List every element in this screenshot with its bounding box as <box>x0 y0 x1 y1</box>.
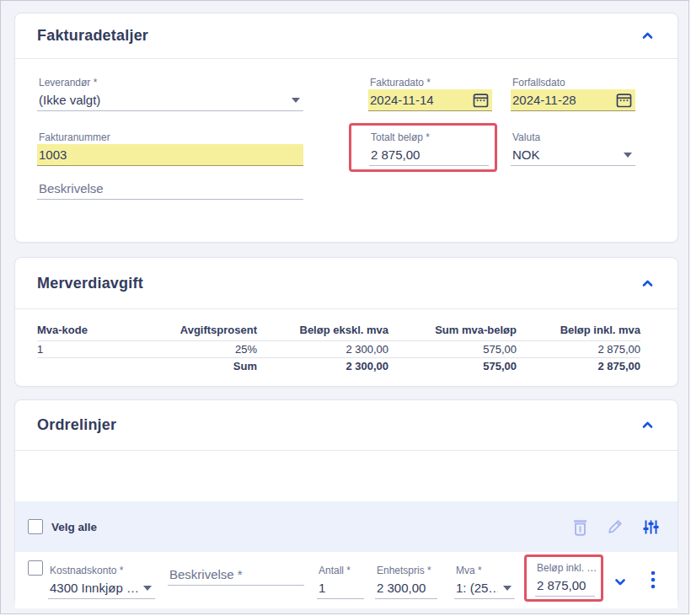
unit-price-field[interactable]: Enhetspris * 2 300,00 <box>375 564 437 599</box>
vat-cell: 2 875,00 <box>517 340 640 357</box>
order-lines-card: Ordrelinjer Velg alle <box>14 399 678 605</box>
dropdown-arrow-icon <box>292 98 300 103</box>
order-lines-footer: Beløp ekskl. mva2 300,00 Beløp inkl. mva… <box>15 608 678 614</box>
vat-table: Mva-kode Avgiftsprosent Beløp ekskl. mva… <box>37 319 640 374</box>
unit-price-label: Enhetspris * <box>375 564 437 577</box>
vat-col-header: Beløp inkl. mva <box>517 319 640 340</box>
total-amount-value: 2 875,00 <box>371 147 420 162</box>
dropdown-arrow-icon <box>503 586 512 591</box>
line-description-placeholder: Beskrivelse * <box>169 567 243 581</box>
calendar-icon[interactable] <box>616 92 632 108</box>
supplier-value: (Ikke valgt) <box>39 93 100 107</box>
total-amount-field[interactable]: Totalt beløp * 2 875,00 <box>369 131 489 166</box>
vat-col-header: Mva-kode <box>37 319 155 340</box>
total-amount-label: Totalt beløp * <box>369 131 489 144</box>
currency-label: Valuta <box>511 131 635 144</box>
description-field[interactable]: Beskrivelse <box>37 178 303 200</box>
row-menu-button[interactable] <box>649 568 657 592</box>
vat-cell: 575,00 <box>388 340 517 357</box>
vat-code-select[interactable]: Mva * 1: (25… <box>454 564 515 599</box>
supplier-select[interactable]: Leverandør * (Ikke valgt) <box>37 76 303 111</box>
invoice-details-card: Fakturadetaljer Leverandør * (Ikke valgt… <box>14 13 678 243</box>
cost-account-label: Kostnadskonto * <box>48 564 155 577</box>
collapse-section-button[interactable] <box>640 417 656 433</box>
invoice-number-value: 1003 <box>39 147 67 162</box>
unit-price-value: 2 300,00 <box>377 581 426 595</box>
vat-body: Mva-kode Avgiftsprosent Beløp ekskl. mva… <box>15 309 678 386</box>
vat-header: Merverdiavgift <box>15 258 678 309</box>
amount-incl-field[interactable]: Beløp inkl. … 2 875,00 <box>535 561 595 597</box>
vat-sum-cell: 2 875,00 <box>517 357 640 374</box>
chevron-up-icon <box>641 419 654 431</box>
collapse-section-button[interactable] <box>640 28 656 44</box>
vat-cell: 2 300,00 <box>257 340 388 357</box>
currency-select[interactable]: Valuta NOK <box>511 131 635 166</box>
vat-table-row: 1 25% 2 300,00 575,00 2 875,00 <box>37 340 640 357</box>
vat-cell: 1 <box>37 340 155 357</box>
vat-table-sum-row: Sum 2 300,00 575,00 2 875,00 <box>37 357 640 374</box>
chevron-up-icon <box>641 277 654 290</box>
quantity-label: Antall * <box>317 564 364 577</box>
kebab-menu-icon <box>651 570 656 590</box>
currency-value: NOK <box>512 147 540 162</box>
vat-cell: 25% <box>155 340 257 357</box>
due-date-value: 2024-11-28 <box>512 93 576 107</box>
invoice-details-header: Fakturadetaljer <box>15 13 678 59</box>
vat-col-header: Avgiftsprosent <box>155 319 257 340</box>
invoice-number-label: Fakturanummer <box>37 131 303 144</box>
line-description-field[interactable]: Beskrivelse * <box>168 564 304 586</box>
invoice-form-page: Fakturadetaljer Leverandør * (Ikke valgt… <box>0 0 689 614</box>
vat-col-header: Sum mva-beløp <box>388 319 517 340</box>
invoice-number-field[interactable]: Fakturanummer 1003 <box>37 131 303 166</box>
delete-rows-button[interactable] <box>570 517 590 538</box>
chevron-up-icon <box>641 29 654 42</box>
invoice-details-title: Fakturadetaljer <box>37 27 148 45</box>
cost-account-select[interactable]: Kostnadskonto * 4300 Innkjøp … <box>48 564 155 599</box>
invoice-date-field[interactable]: Fakturadato * 2024-11-14 <box>368 76 492 111</box>
chevron-down-icon <box>613 576 627 589</box>
invoice-details-body: Leverandør * (Ikke valgt) Fakturadato * … <box>15 59 678 243</box>
select-all-toolbar: Velg alle <box>15 501 678 552</box>
invoice-date-label: Fakturadato * <box>368 76 492 89</box>
vat-sum-cell: 575,00 <box>388 357 517 374</box>
dropdown-arrow-icon <box>624 153 632 158</box>
vat-sum-cell: Sum <box>155 357 257 374</box>
invoice-date-value: 2024-11-14 <box>370 93 434 107</box>
calendar-icon[interactable] <box>473 92 489 108</box>
expand-row-button[interactable] <box>612 574 629 591</box>
vat-col-header: Beløp ekskl. mva <box>257 319 388 340</box>
edit-rows-button[interactable] <box>605 517 625 537</box>
quantity-value: 1 <box>319 581 325 595</box>
pencil-icon <box>607 518 624 535</box>
select-all-checkbox[interactable] <box>28 519 43 534</box>
order-lines-header: Ordrelinjer <box>15 400 678 451</box>
trash-icon <box>572 518 588 536</box>
due-date-field[interactable]: Forfallsdato 2024-11-28 <box>511 76 635 111</box>
order-lines-title: Ordrelinjer <box>37 416 116 434</box>
cost-account-value: 4300 Innkjøp … <box>50 581 138 595</box>
vat-code-value: 1: (25… <box>456 581 498 595</box>
vat-card: Merverdiavgift Mva-kode Avgiftsprosent B… <box>14 257 678 387</box>
due-date-label: Forfallsdato <box>511 76 635 89</box>
dropdown-arrow-icon <box>143 586 152 591</box>
select-all-label: Velg alle <box>51 521 97 533</box>
quantity-field[interactable]: Antall * 1 <box>317 564 364 599</box>
vat-table-header-row: Mva-kode Avgiftsprosent Beløp ekskl. mva… <box>37 319 640 340</box>
total-amount-attention-box: Totalt beløp * 2 875,00 <box>349 123 497 172</box>
description-placeholder: Beskrivelse <box>39 181 104 196</box>
amount-incl-attention-box: Beløp inkl. … 2 875,00 <box>524 554 603 602</box>
supplier-label: Leverandør * <box>37 76 303 89</box>
order-line-row: Kostnadskonto * 4300 Innkjøp … Beskrivel… <box>15 552 678 608</box>
collapse-section-button[interactable] <box>640 276 656 292</box>
amount-incl-label: Beløp inkl. … <box>535 561 595 575</box>
tune-sliders-icon <box>642 518 660 536</box>
vat-code-label: Mva * <box>454 564 515 577</box>
order-lines-body: Velg alle <box>15 451 678 604</box>
amount-incl-value: 2 875,00 <box>537 578 586 592</box>
vat-sum-cell <box>37 357 155 374</box>
row-checkbox[interactable] <box>28 560 43 576</box>
vat-title: Merverdiavgift <box>37 275 143 292</box>
column-settings-button[interactable] <box>640 517 662 538</box>
vat-sum-cell: 2 300,00 <box>257 357 388 374</box>
